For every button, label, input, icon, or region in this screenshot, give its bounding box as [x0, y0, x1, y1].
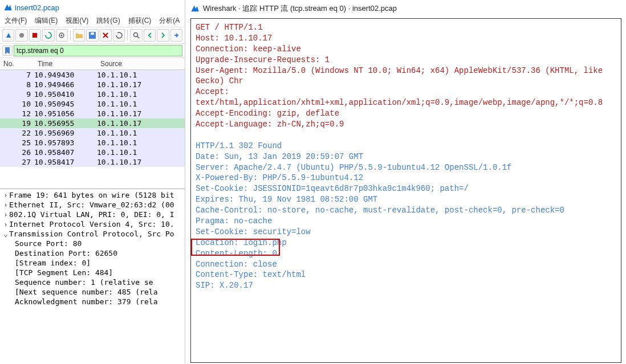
http-request-line[interactable]: GET / HTTP/1.1 — [196, 22, 616, 33]
follow-stream-content[interactable]: GET / HTTP/1.1Host: 10.1.10.17Connection… — [190, 18, 621, 363]
http-response-line[interactable]: Set-Cookie: JSESSIONID=1qeavt6d8r7p03hka… — [196, 183, 616, 194]
menu-view[interactable]: 视图(V) — [66, 16, 88, 26]
main-titlebar: insert02.pcap — [0, 0, 185, 15]
tree-seqnum[interactable]: Sequence number: 1 (relative se — [15, 277, 182, 287]
http-response-line[interactable]: Pragma: no-cache — [196, 216, 616, 227]
packet-list-header: No. Time Source — [0, 58, 185, 70]
packet-row[interactable]: 1010.95094510.1.10.1 — [0, 99, 185, 109]
blank-line — [196, 130, 616, 141]
http-response-line[interactable]: HTTP/1.1 302 Found — [196, 141, 616, 152]
http-response-line[interactable]: SIP: X.20.17 — [196, 280, 616, 291]
http-request-line[interactable]: Host: 10.1.10.17 — [196, 33, 616, 44]
http-response-line[interactable]: Date: Sun, 13 Jan 2019 20:59:07 GMT — [196, 152, 616, 162]
packet-row[interactable]: 2610.95840710.1.10.1 — [0, 148, 185, 157]
find-icon[interactable] — [130, 29, 142, 42]
save-icon[interactable] — [86, 29, 98, 42]
http-response-line[interactable]: X-Powered-By: PHP/5.5.9-1ubuntu4.12 — [196, 173, 616, 183]
tree-frame[interactable]: ›Frame 19: 641 bytes on wire (5128 bit — [2, 190, 182, 200]
toolbar-icon[interactable] — [2, 29, 14, 42]
http-response-line[interactable]: Expires: Thu, 19 Nov 1981 08:52:00 GMT — [196, 194, 616, 205]
svg-point-6 — [134, 33, 138, 37]
packet-row[interactable]: 710.94943010.1.10.1 — [0, 70, 185, 80]
http-response-line[interactable]: Server: Apache/2.4.7 (Ubuntu) PHP/5.5.9-… — [196, 162, 616, 173]
restart-capture-icon[interactable] — [42, 29, 54, 42]
http-request-line[interactable]: Connection: keep-alive — [196, 44, 616, 55]
next-icon[interactable] — [157, 29, 169, 42]
tree-nextseq[interactable]: [Next sequence number: 485 (rela — [15, 287, 182, 297]
packet-details-pane[interactable]: ›Frame 19: 641 bytes on wire (5128 bit ›… — [0, 189, 185, 308]
http-response-line[interactable]: Connection: close — [196, 259, 616, 270]
follow-titlebar: Wireshark · 追踪 HTTP 流 (tcp.stream eq 0) … — [186, 0, 626, 17]
svg-rect-1 — [32, 33, 37, 38]
reload-icon[interactable] — [113, 29, 125, 42]
svg-point-0 — [19, 33, 24, 38]
start-capture-icon[interactable] — [15, 29, 27, 42]
http-response-line[interactable]: Content-Type: text/html — [196, 269, 616, 280]
wireshark-icon — [190, 4, 200, 13]
http-request-line[interactable]: Accept-Language: zh-CN,zh;q=0.9 — [196, 119, 616, 130]
tree-acknum[interactable]: Acknowledgment number: 379 (rela — [15, 297, 182, 306]
follow-stream-window: Wireshark · 追踪 HTTP 流 (tcp.stream eq 0) … — [186, 0, 626, 364]
tree-seglen[interactable]: [TCP Segment Len: 484] — [15, 268, 182, 277]
tree-dstport[interactable]: Destination Port: 62650 — [15, 248, 182, 258]
packet-row[interactable]: 810.94946610.1.10.17 — [0, 80, 185, 89]
toolbar — [0, 27, 185, 44]
main-title-text: insert02.pcap — [15, 3, 59, 12]
prev-icon[interactable] — [144, 29, 156, 42]
http-request-line[interactable]: User-Agent: Mozilla/5.0 (Windows NT 10.0… — [196, 66, 616, 87]
annotation-highlight-box — [191, 239, 280, 256]
svg-point-3 — [61, 35, 63, 36]
toolbar-separator — [70, 30, 71, 40]
http-request-line[interactable]: Accept: text/html,application/xhtml+xml,… — [196, 87, 616, 108]
menu-edit[interactable]: 编辑(E) — [35, 16, 58, 26]
svg-rect-5 — [91, 32, 94, 35]
http-response-line[interactable]: Cache-Control: no-store, no-cache, must-… — [196, 205, 616, 216]
close-icon[interactable] — [100, 29, 112, 42]
column-no[interactable]: No. — [0, 58, 34, 69]
packet-row[interactable]: 1210.95105610.1.10.17 — [0, 109, 185, 118]
jump-icon[interactable] — [170, 29, 182, 42]
display-filter-input[interactable] — [14, 45, 182, 56]
options-icon[interactable] — [56, 29, 68, 42]
filter-bar — [0, 44, 185, 58]
packet-row[interactable]: 910.95041010.1.10.1 — [0, 89, 185, 99]
column-time[interactable]: Time — [34, 58, 97, 69]
packet-row[interactable]: 2510.95789310.1.10.1 — [0, 138, 185, 148]
follow-title-text: Wireshark · 追踪 HTTP 流 (tcp.stream eq 0) … — [203, 3, 397, 14]
packet-row[interactable]: 2710.95841710.1.10.17 — [0, 157, 185, 167]
menubar: 文件(F) 编辑(E) 视图(V) 跳转(G) 捕获(C) 分析(A — [0, 15, 185, 27]
http-request-line[interactable]: Accept-Encoding: gzip, deflate — [196, 108, 616, 119]
column-source[interactable]: Source — [97, 58, 185, 69]
packet-row[interactable]: 2210.95696910.1.10.1 — [0, 128, 185, 138]
http-request-line[interactable]: Upgrade-Insecure-Requests: 1 — [196, 55, 616, 66]
packet-list[interactable]: 710.94943010.1.10.1810.94946610.1.10.179… — [0, 70, 185, 167]
menu-file[interactable]: 文件(F) — [5, 16, 27, 26]
open-icon[interactable] — [73, 29, 85, 42]
tree-ip[interactable]: ›Internet Protocol Version 4, Src: 10. — [2, 219, 182, 229]
wireshark-main-window: insert02.pcap 文件(F) 编辑(E) 视图(V) 跳转(G) 捕获… — [0, 0, 185, 364]
menu-goto[interactable]: 跳转(G) — [96, 16, 120, 26]
menu-capture[interactable]: 捕获(C) — [128, 16, 152, 26]
stop-capture-icon[interactable] — [29, 29, 41, 42]
http-response-line[interactable]: Set-Cookie: security=low — [196, 227, 616, 238]
tree-tcp[interactable]: ⌄Transmission Control Protocol, Src Po — [2, 229, 182, 239]
wireshark-icon — [3, 3, 13, 12]
packet-row[interactable]: 1910.95695510.1.10.17 — [0, 118, 185, 128]
tree-ethernet[interactable]: ›Ethernet II, Src: Vmware_02:63:d2 (00 — [2, 200, 182, 210]
menu-analyze[interactable]: 分析(A — [159, 16, 180, 26]
tree-srcport[interactable]: Source Port: 80 — [15, 239, 182, 248]
toolbar-separator — [127, 30, 128, 40]
filter-bookmark-icon[interactable] — [2, 46, 13, 56]
tree-streamidx[interactable]: [Stream index: 0] — [15, 258, 182, 268]
tree-vlan[interactable]: ›802.1Q Virtual LAN, PRI: 0, DEI: 0, I — [2, 210, 182, 219]
